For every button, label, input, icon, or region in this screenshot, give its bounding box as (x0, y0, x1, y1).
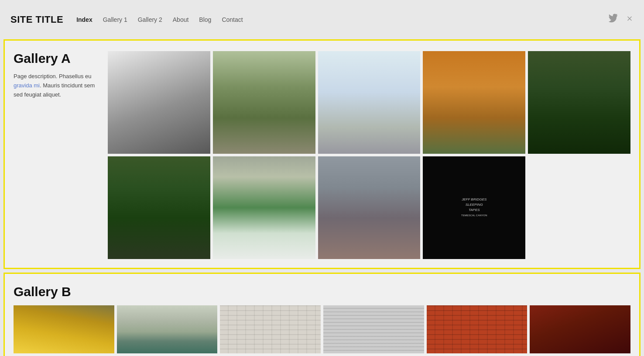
gallery-b-image-5[interactable] (427, 305, 528, 353)
gallery-a-image-6[interactable] (108, 156, 210, 259)
site-title[interactable]: SITE TITLE (10, 14, 63, 25)
gallery-b-section: Gallery B (3, 273, 641, 356)
gallery-a-image-1[interactable] (108, 51, 210, 154)
gallery-a-desc-link[interactable]: gravida mi (14, 82, 40, 89)
gallery-a-section: Gallery A Page description. Phasellus eu… (3, 39, 641, 269)
header: SITE TITLE Index Gallery 1 Gallery 2 Abo… (0, 0, 644, 39)
gallery-a-image-4[interactable] (423, 51, 525, 154)
gallery-a-info: Gallery A Page description. Phasellus eu… (14, 51, 101, 99)
nav-item-contact[interactable]: Contact (222, 16, 243, 23)
gallery-b-image-3[interactable] (220, 305, 321, 353)
gallery-b-image-1[interactable] (14, 305, 114, 353)
twitter-icon[interactable] (608, 14, 618, 26)
gallery-a-row1 (108, 51, 630, 154)
gallery-a-image-2[interactable] (213, 51, 315, 154)
close-icon[interactable] (626, 15, 634, 25)
gallery-a-image-3[interactable] (318, 51, 421, 154)
nav-item-gallery1[interactable]: Gallery 1 (103, 16, 127, 23)
gallery-a-image-5[interactable] (528, 51, 630, 154)
gallery-b-image-6[interactable] (530, 305, 630, 353)
nav-item-about[interactable]: About (173, 16, 189, 23)
gallery-a-inner: Gallery A Page description. Phasellus eu… (14, 51, 630, 259)
nav-item-index[interactable]: Index (76, 16, 92, 23)
gallery-a-image-8[interactable] (318, 156, 421, 259)
gallery-b-grid (14, 305, 630, 353)
gallery-a-row2: JEFF BRIDGESSLEEPINGTAPESTEMESCAL CANYON (108, 156, 630, 259)
gallery-a-title: Gallery A (14, 51, 101, 66)
gallery-a-description: Page description. Phasellus eu gravida m… (14, 72, 101, 99)
gallery-a-image-9[interactable]: JEFF BRIDGESSLEEPINGTAPESTEMESCAL CANYON (423, 156, 525, 259)
main-nav: Index Gallery 1 Gallery 2 About Blog Con… (76, 16, 243, 23)
nav-item-gallery2[interactable]: Gallery 2 (138, 16, 162, 23)
main-content: Gallery A Page description. Phasellus eu… (0, 39, 644, 356)
header-actions (608, 14, 634, 26)
gallery-a-empty (528, 156, 630, 259)
gallery-a-grid: JEFF BRIDGESSLEEPINGTAPESTEMESCAL CANYON (108, 51, 630, 259)
gallery-b-image-4[interactable] (323, 305, 424, 353)
nav-item-blog[interactable]: Blog (199, 16, 211, 23)
gallery-a-image-7[interactable] (213, 156, 315, 259)
gallery-b-image-2[interactable] (117, 305, 218, 353)
gallery-b-title: Gallery B (14, 284, 630, 299)
